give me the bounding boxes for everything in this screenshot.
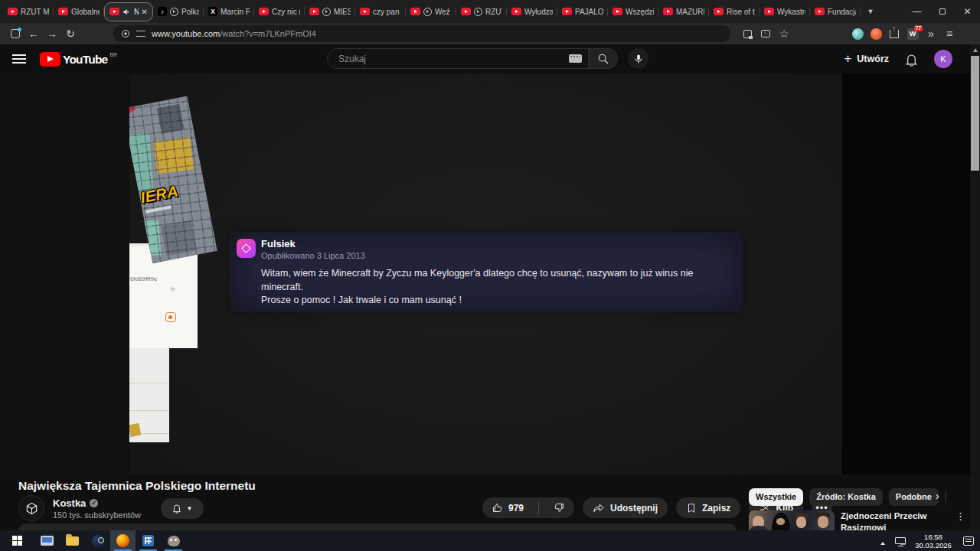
web-capture-button[interactable] — [738, 24, 756, 43]
back-button[interactable]: ← — [24, 24, 43, 43]
search-button[interactable] — [589, 48, 618, 69]
chip-related[interactable]: Podobne — [889, 488, 939, 506]
tab-label: Polka — [181, 8, 199, 16]
subscribed-bell-button[interactable]: ▼ — [161, 498, 204, 519]
extension-teal-button[interactable] — [848, 24, 867, 43]
browser-tab[interactable]: MAZUREK — [658, 2, 709, 21]
taskbar-gimp[interactable] — [161, 530, 186, 551]
create-button[interactable]: + Utwórz — [844, 51, 889, 67]
site-info-icon[interactable] — [121, 29, 130, 38]
tray-expand-icon[interactable] — [874, 534, 891, 548]
taskbar-calculator[interactable] — [136, 530, 161, 551]
scrollbar-up-icon[interactable] — [970, 44, 980, 55]
browser-tab[interactable]: Weź si — [406, 2, 456, 21]
browser-tab[interactable]: RZUT MO — [3, 2, 54, 21]
youtube-favicon — [511, 8, 521, 15]
forward-button[interactable]: → — [43, 24, 61, 43]
voice-search-button[interactable] — [628, 48, 648, 69]
scrollbar-thumb[interactable] — [971, 56, 979, 171]
browser-tab[interactable]: Globalne — [54, 2, 104, 21]
guide-menu-button[interactable] — [12, 54, 26, 64]
tab-audio-icon[interactable] — [122, 8, 131, 16]
browser-tab[interactable]: Wykastro — [760, 2, 810, 21]
search-input[interactable] — [338, 54, 569, 64]
related-video-item[interactable]: Zjednoczeni Przeciw Rasizmowi i niezrzes… — [749, 510, 965, 530]
extension-orange-button[interactable] — [867, 24, 885, 43]
hash-text: 6fd69fff9e — [130, 276, 157, 282]
video-player[interactable]: 6fd69fff9e ★ IERA Fulsiek Opublikowano 3… — [129, 73, 842, 474]
like-button[interactable]: 979 — [482, 497, 533, 518]
action-center-button[interactable] — [957, 536, 980, 546]
filter-chips: Wszystkie Źródło: Kostka Podobne Dla C — [749, 488, 946, 506]
related-thumbnail[interactable] — [749, 510, 835, 530]
taskbar-file-explorer[interactable] — [60, 530, 85, 551]
chip-from-channel[interactable]: Źródło: Kostka — [809, 488, 883, 506]
taskbar-firefox[interactable] — [110, 530, 136, 551]
taskbar-clock[interactable]: 16:58 30.03.2026 — [910, 533, 957, 549]
chip-all[interactable]: Wszystkie — [749, 488, 803, 506]
browser-tab[interactable]: MIESZ — [305, 2, 355, 21]
extensions-overflow-button[interactable]: » — [922, 24, 940, 43]
description-box[interactable] — [18, 523, 737, 530]
browser-tab-active[interactable]: Naj ✕ — [104, 2, 153, 21]
restore-icon — [939, 8, 946, 15]
channel-row: Kostka ✓ 150 tys. subskrybentów ▼ — [18, 495, 204, 521]
refresh-button[interactable]: ↻ — [61, 24, 80, 43]
clock-time: 16:58 — [910, 533, 957, 541]
address-bar[interactable]: www.youtube.com/watch?v=m7LKnPFmOI4 — [113, 25, 730, 42]
comment-screenshot-card: Fulsiek Opublikowano 3 Lipca 2013 Witam,… — [230, 232, 743, 312]
browser-tab[interactable]: Wszędzie — [608, 2, 658, 21]
extension-w-button[interactable]: W77 — [903, 24, 922, 43]
firefox-icon — [116, 534, 129, 547]
channel-name[interactable]: Kostka — [53, 497, 86, 509]
youtube-favicon — [58, 8, 68, 15]
share-button[interactable]: Udostępnij — [583, 497, 668, 518]
tab-label: Rise of the — [727, 8, 755, 16]
workspaces-button[interactable] — [6, 24, 24, 43]
comment-author: Fulsiek — [261, 238, 296, 249]
youtube-favicon — [461, 8, 471, 15]
page-scrollbar[interactable] — [970, 44, 980, 530]
keyboard-icon[interactable] — [569, 54, 582, 63]
favorites-button[interactable]: ☆ — [775, 24, 793, 43]
browser-tab[interactable]: ♪Polka — [153, 2, 204, 21]
taskbar-steam[interactable] — [85, 530, 110, 551]
browser-tab[interactable]: Rise of the — [709, 2, 760, 21]
channel-avatar[interactable] — [18, 495, 44, 521]
chip-for-you[interactable]: Dla C — [945, 488, 946, 506]
browser-tab[interactable]: Czy nic nie — [254, 2, 305, 21]
browser-tab[interactable]: Wyłudzan — [507, 2, 557, 21]
start-button[interactable] — [0, 530, 34, 551]
collections-button[interactable] — [756, 24, 775, 43]
window-close-button[interactable]: ✕ — [955, 0, 980, 23]
save-button[interactable]: Zapisz — [676, 497, 740, 518]
browser-tab[interactable]: Fundacja E — [810, 2, 861, 21]
browser-tab[interactable]: XMarcin Pal — [204, 2, 254, 21]
dislike-button[interactable] — [544, 497, 574, 518]
site-permissions-icon[interactable] — [136, 31, 145, 37]
x-favicon: X — [208, 7, 217, 16]
browser-tab-bar: RZUT MO Globalne Naj ✕ ♪Polka XMarcin Pa… — [0, 0, 980, 23]
chips-next-icon[interactable]: › — [936, 490, 939, 502]
star-icon: ★ — [169, 285, 176, 293]
taskbar-this-pc[interactable] — [34, 530, 60, 551]
youtube-logo[interactable]: YouTube BR — [40, 52, 117, 67]
related-menu-icon[interactable]: ⋮ — [956, 510, 965, 530]
browser-tab[interactable]: czy pan je — [355, 2, 406, 21]
windows-taskbar: 16:58 30.03.2026 — [0, 530, 980, 551]
browser-menu-button[interactable]: ≡ — [940, 24, 959, 43]
extension-share-button[interactable] — [885, 24, 903, 43]
window-restore-button[interactable] — [929, 0, 955, 23]
browser-tab[interactable]: PAJALOCK — [557, 2, 608, 21]
notifications-bell-icon[interactable] — [904, 52, 919, 67]
search-box[interactable] — [327, 48, 589, 69]
browser-tab[interactable]: RZUT — [456, 2, 507, 21]
account-avatar[interactable]: K — [934, 50, 952, 68]
url-text[interactable]: www.youtube.com/watch?v=m7LKnPFmOI4 — [152, 29, 316, 38]
toolbar-right-icons: ☆ W77 » ≡ — [738, 24, 959, 43]
related-title[interactable]: Zjednoczeni Przeciw Rasizmowi i niezrzes… — [841, 510, 948, 530]
network-tray-button[interactable] — [891, 537, 910, 544]
tab-list-chevron-icon[interactable]: ▼ — [861, 8, 880, 15]
tab-close-icon[interactable]: ✕ — [142, 8, 148, 16]
window-minimize-button[interactable]: — — [904, 0, 929, 23]
